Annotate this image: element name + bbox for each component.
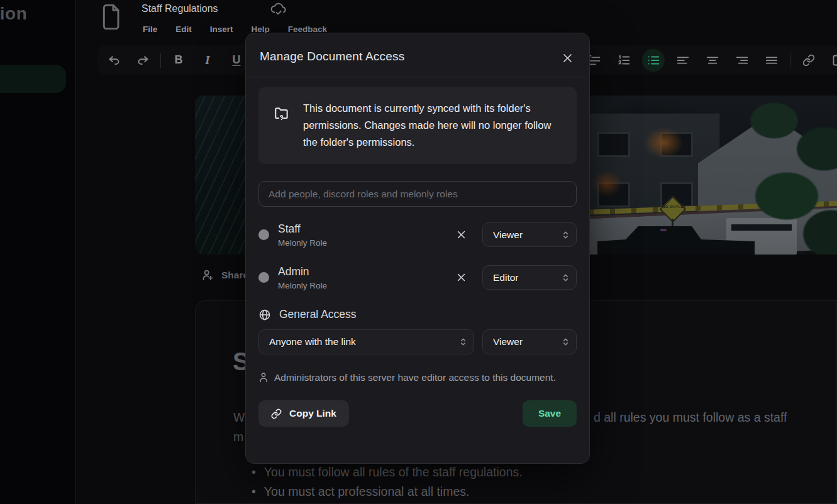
person-icon (258, 372, 269, 383)
add-people-input[interactable] (258, 181, 577, 207)
share-label: Share (221, 270, 248, 281)
link-icon (271, 408, 282, 419)
align-left-button[interactable] (672, 49, 694, 72)
align-center-button[interactable] (701, 49, 724, 72)
remove-access-icon[interactable] (452, 269, 470, 287)
chevrons-up-down-icon (562, 273, 570, 282)
italic-button[interactable]: I (196, 49, 219, 72)
document-paragraph-fragment: m (233, 430, 243, 444)
document-title[interactable]: Staff Regulations (141, 3, 218, 14)
role-meta: Admin Melonly Role (278, 265, 327, 290)
access-row-staff: Staff Melonly Role Viewer (258, 222, 577, 248)
document-paragraph-fragment: W (233, 410, 245, 425)
folder-sync-notice: This document is currently synced with i… (258, 87, 577, 164)
role-type: Melonly Role (278, 238, 327, 248)
copy-link-button[interactable]: Copy Link (258, 400, 349, 427)
bullet-item: • You must act professional at all times… (252, 482, 523, 501)
close-icon[interactable] (559, 50, 575, 66)
general-role-select[interactable]: Viewer (482, 329, 577, 354)
avatar (258, 272, 269, 283)
access-row-admin: Admin Melonly Role Editor (258, 265, 577, 290)
insert-image-button-cut[interactable] (827, 49, 837, 72)
manage-access-modal: Manage Document Access This docume (245, 33, 590, 464)
align-right-button[interactable] (731, 49, 753, 72)
share-button[interactable]: Share (201, 269, 248, 282)
chevrons-up-down-icon (562, 337, 570, 347)
modal-footer: Copy Link Save (258, 400, 577, 427)
insert-link-button[interactable] (797, 49, 820, 72)
toolbar-left-group: B I U (103, 45, 248, 75)
role-name: Admin (278, 265, 327, 279)
toolbar-divider (790, 53, 790, 68)
app-root: tion Staff Regulations File Edit Insert … (0, 0, 837, 504)
save-button[interactable]: Save (523, 400, 577, 427)
bold-button[interactable]: B (167, 49, 190, 72)
globe-icon (258, 309, 271, 321)
ordered-list-button[interactable] (613, 49, 635, 72)
admin-note-text: Administrators of this server have edito… (274, 372, 556, 383)
menu-file[interactable]: File (143, 25, 157, 34)
toolbar-divider (160, 53, 161, 68)
admin-access-note: Administrators of this server have edito… (258, 370, 562, 385)
person-plus-icon (201, 269, 214, 282)
underline-button[interactable]: U (225, 49, 248, 72)
bullet-list-button[interactable] (642, 49, 665, 72)
role-name: Staff (278, 222, 327, 236)
folder-question-icon (274, 100, 290, 151)
avatar (258, 229, 269, 240)
role-select-staff[interactable]: Viewer (482, 222, 577, 247)
sidebar-heading-cut: tion (0, 4, 27, 24)
role-select-admin[interactable]: Editor (482, 265, 577, 290)
toolbar-right-group (583, 45, 837, 75)
modal-title: Manage Document Access (260, 50, 574, 63)
sync-notice-text: This document is currently synced with i… (303, 100, 561, 151)
role-meta: Staff Melonly Role (278, 222, 327, 248)
remove-access-icon[interactable] (452, 226, 470, 244)
general-access-label: General Access (279, 308, 357, 321)
link-scope-select[interactable]: Anyone with the link (258, 329, 474, 354)
chevrons-up-down-icon (459, 337, 467, 347)
undo-button[interactable] (103, 49, 125, 72)
general-access-controls: Anyone with the link Viewer (258, 329, 577, 354)
document-paragraph-fragment: d all rules you must follow as a staff (594, 410, 787, 425)
sidebar: tion (0, 0, 75, 504)
menu-edit[interactable]: Edit (175, 25, 192, 34)
document-bullet-list: • You must follow all rules of the staff… (252, 463, 523, 501)
cloud-sync-icon (270, 2, 287, 16)
general-access-header: General Access (258, 308, 577, 321)
redo-button[interactable] (131, 49, 154, 72)
bullet-item: • You must follow all rules of the staff… (252, 463, 523, 482)
modal-header: Manage Document Access (246, 33, 589, 77)
document-icon (101, 4, 121, 30)
sidebar-active-item[interactable] (0, 65, 66, 93)
menu-insert[interactable]: Insert (210, 25, 233, 34)
modal-body: This document is currently synced with i… (246, 77, 589, 427)
copy-link-label: Copy Link (289, 408, 336, 419)
align-justify-button[interactable] (760, 49, 783, 72)
chevrons-up-down-icon (562, 230, 570, 239)
role-type: Melonly Role (278, 281, 327, 290)
